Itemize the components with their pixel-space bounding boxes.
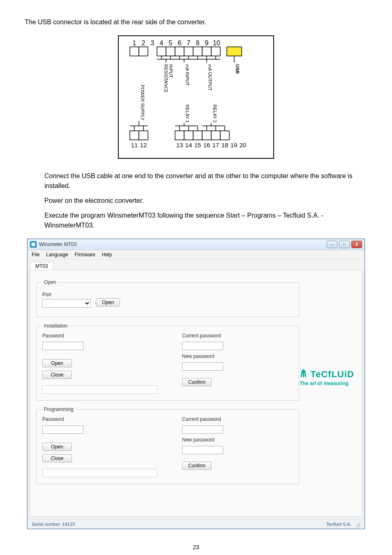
inst-new-pw-input[interactable] [182, 362, 223, 371]
svg-rect-27 [227, 47, 242, 56]
page-number: 23 [25, 544, 367, 550]
status-serial: Serial number: 14123 [32, 522, 75, 527]
minimize-button[interactable]: — [327, 241, 337, 248]
intro-text: The USB connector is located at the rear… [25, 17, 367, 27]
svg-text:C: C [223, 133, 226, 138]
brand-subtitle: The art of measuring [300, 381, 354, 386]
svg-text:17: 17 [212, 142, 219, 149]
legend-installation: Installation [42, 323, 69, 329]
prog-confirm-button[interactable]: Confirm [182, 462, 212, 470]
svg-text:2: 2 [142, 39, 145, 46]
tabstrip: MT03 [28, 260, 364, 270]
svg-text:I–: I– [187, 49, 191, 55]
menu-language[interactable]: Language [46, 252, 68, 258]
svg-text:NO: NO [203, 133, 210, 138]
svg-text:NO: NO [176, 133, 183, 138]
maximize-button[interactable]: □ [339, 241, 350, 248]
svg-text:5: 5 [169, 39, 173, 46]
inst-password-label: Password [42, 333, 166, 339]
antenna-icon [300, 369, 309, 377]
close-button[interactable]: X [351, 241, 362, 248]
svg-text:I+: I+ [177, 49, 182, 55]
svg-text:mA INPUT: mA INPUT [185, 64, 190, 86]
svg-text:R: R [168, 49, 172, 55]
prog-close-button[interactable]: Close [42, 454, 72, 462]
svg-text:7: 7 [187, 39, 191, 46]
svg-text:L: L [133, 132, 136, 139]
legend-open: Open [42, 279, 58, 285]
svg-text:20: 20 [240, 142, 247, 149]
svg-text:POWER SUPPLY: POWER SUPPLY [140, 85, 145, 121]
prog-new-pw-label: New password [182, 437, 289, 443]
brand-block: TeCfLUiD The art of measuring [300, 369, 354, 386]
inst-new-pw-label: New password [182, 353, 289, 359]
legend-programming: Programming [42, 406, 75, 412]
svg-text:R: R [159, 49, 163, 55]
svg-text:1: 1 [133, 39, 136, 46]
menubar: File Language Firmware Help [28, 250, 364, 260]
inst-close-button[interactable]: Close [42, 371, 72, 379]
prog-new-pw-input[interactable] [182, 446, 223, 454]
open-port-button[interactable]: Open [96, 298, 120, 307]
svg-text:NC: NC [185, 133, 192, 138]
inst-status-line [42, 385, 157, 394]
port-label: Port [42, 292, 91, 297]
menu-firmware[interactable]: Firmware [75, 252, 95, 258]
prog-status-line [42, 469, 157, 477]
prog-password-input[interactable] [42, 425, 83, 434]
svg-text:14: 14 [185, 142, 192, 149]
prog-open-button[interactable]: Open [42, 443, 72, 451]
svg-text:INPUT: INPUT [168, 64, 173, 78]
svg-text:13: 13 [176, 142, 183, 149]
svg-text:RELAY 1: RELAY 1 [185, 104, 190, 123]
port-select[interactable] [42, 299, 91, 308]
tab-body: Open Port Open Installation Password Ope… [30, 270, 362, 517]
svg-text:19: 19 [231, 142, 238, 149]
inst-password-input[interactable] [42, 342, 83, 350]
prog-current-pw-input[interactable] [182, 425, 223, 434]
svg-text:18: 18 [221, 142, 228, 149]
status-company: Tecfluid S.A. [326, 522, 351, 527]
wiring-diagram: 123 456 789 10 R R I+ I– + A – [118, 35, 274, 159]
svg-text:9: 9 [205, 39, 209, 46]
window-title: Winsmeter MT03 [39, 242, 76, 247]
svg-text:4: 4 [160, 39, 164, 46]
inst-confirm-button[interactable]: Confirm [182, 378, 212, 386]
svg-text:RELAY 2: RELAY 2 [212, 104, 217, 123]
svg-text:12: 12 [140, 142, 147, 149]
group-programming: Programming Password Open Close Current … [36, 406, 299, 484]
brand-logo-text: TeCfLUiD [310, 369, 354, 380]
svg-text:10: 10 [213, 39, 220, 46]
para-connect: Connect the USB cable at one end to the … [44, 171, 367, 191]
svg-text:NC: NC [212, 133, 219, 138]
titlebar[interactable]: Winsmeter MT03 — □ X [28, 239, 364, 250]
inst-current-pw-input[interactable] [182, 342, 223, 350]
app-window: Winsmeter MT03 — □ X File Language Firmw… [27, 239, 365, 529]
app-icon [30, 241, 37, 248]
para-power: Power on the electronic converter. [44, 196, 367, 206]
inst-open-button[interactable]: Open [42, 359, 72, 367]
svg-text:8: 8 [196, 39, 200, 46]
svg-text:USB: USB [235, 64, 240, 74]
svg-text:RESISTANCE: RESISTANCE [164, 64, 168, 93]
group-open: Open Port Open [36, 279, 299, 317]
svg-text:3: 3 [151, 39, 154, 46]
tab-mt03[interactable]: MT03 [30, 262, 53, 270]
svg-text:C: C [196, 133, 199, 138]
svg-rect-11 [130, 47, 139, 56]
svg-text:11: 11 [131, 142, 138, 149]
resize-grip-icon[interactable] [355, 521, 360, 527]
statusbar: Serial number: 14123 Tecfluid S.A. [28, 519, 364, 529]
svg-text:mA OUTPUT: mA OUTPUT [208, 64, 212, 91]
group-installation: Installation Password Open Close Current… [36, 323, 299, 401]
menu-file[interactable]: File [32, 252, 39, 258]
inst-current-pw-label: Current password [182, 333, 289, 339]
svg-text:6: 6 [178, 39, 182, 46]
svg-text:–: – [214, 49, 217, 55]
prog-current-pw-label: Current password [182, 416, 289, 422]
wiring-diagram-container: 123 456 789 10 R R I+ I– + A – [25, 35, 367, 159]
svg-text:N: N [141, 132, 145, 139]
menu-help[interactable]: Help [102, 252, 112, 258]
svg-text:16: 16 [203, 142, 210, 149]
svg-text:15: 15 [194, 142, 201, 149]
